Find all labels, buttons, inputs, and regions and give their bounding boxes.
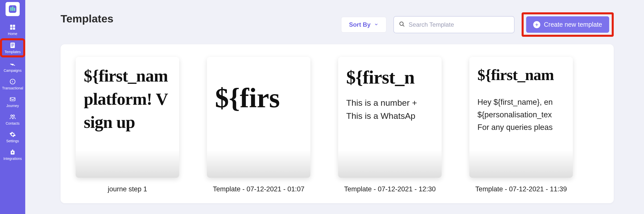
integrations-icon [9, 149, 16, 156]
preview-text: ${personalisation_tex [477, 109, 565, 121]
search-input-wrap[interactable] [393, 16, 515, 33]
nav-journey-label: Journey [6, 104, 19, 108]
preview-text: This is a number + [346, 97, 434, 109]
template-thumbnail: ${first_n This is a number + This is a W… [338, 57, 442, 178]
svg-point-14 [11, 115, 12, 117]
home-icon [9, 24, 16, 31]
nav-templates[interactable]: Templates [0, 38, 25, 57]
preview-text: For any queries pleas [477, 121, 565, 133]
preview-text: This is a WhatsAp [346, 110, 434, 122]
create-new-template-button[interactable]: ＋ Create new template [526, 16, 609, 33]
template-title: Template - 07-12-2021 - 12:30 [344, 185, 436, 193]
nav-integrations[interactable]: Integrations [0, 146, 25, 163]
app-logo[interactable] [6, 2, 20, 16]
nav-transactional-label: Transactional [2, 86, 23, 90]
svg-rect-2 [12, 7, 13, 11]
nav-home-label: Home [8, 32, 17, 36]
nav-settings[interactable]: Settings [0, 128, 25, 146]
svg-rect-13 [10, 98, 15, 101]
toolbar: Sort By ＋ Create new template [61, 12, 614, 37]
search-icon [399, 21, 405, 28]
nav-contacts[interactable]: Contacts [0, 110, 25, 128]
template-card[interactable]: ${first_n This is a number + This is a W… [338, 57, 442, 193]
preview-text: ${first_n [346, 64, 434, 90]
nav-contacts-label: Contacts [6, 121, 19, 125]
template-thumbnail: ${firs [207, 57, 310, 178]
preview-text: platform! V [84, 88, 171, 111]
svg-rect-10 [11, 45, 14, 45]
svg-rect-17 [12, 150, 13, 151]
search-input[interactable] [409, 21, 509, 28]
preview-text: Hey ${first_name}, en [477, 96, 565, 108]
nav-campaigns[interactable]: Campaigns [0, 57, 25, 75]
template-card[interactable]: ${firs Template - 07-12-2021 - 01:07 [207, 57, 310, 193]
preview-text: ${firs [215, 82, 302, 114]
svg-rect-11 [11, 46, 13, 46]
templates-grid: ${first_nam platform! V sign up journe s… [76, 57, 599, 193]
nav-home[interactable]: Home [0, 21, 25, 38]
svg-rect-9 [11, 44, 14, 44]
svg-rect-1 [10, 7, 12, 11]
svg-point-18 [400, 22, 403, 25]
template-title: journe step 1 [108, 185, 147, 193]
template-thumbnail: ${first_nam Hey ${first_name}, en ${pers… [469, 57, 573, 178]
journey-icon [9, 96, 16, 103]
svg-rect-5 [13, 25, 15, 27]
nav-journey[interactable]: Journey [0, 93, 25, 110]
template-thumbnail: ${first_nam platform! V sign up [76, 57, 179, 178]
nav-transactional[interactable]: Transactional [0, 75, 25, 93]
template-title: Template - 07-12-2021 - 11:39 [475, 185, 567, 193]
templates-panel: ${first_nam platform! V sign up journe s… [61, 44, 614, 203]
sort-by-label: Sort By [349, 21, 370, 28]
contacts-icon [9, 113, 16, 120]
preview-text: ${first_nam [477, 64, 565, 86]
create-button-highlight: ＋ Create new template [522, 12, 614, 37]
sort-by-button[interactable]: Sort By [341, 17, 386, 32]
svg-rect-6 [10, 27, 12, 30]
svg-rect-3 [14, 8, 15, 11]
chevron-down-icon [374, 21, 379, 28]
template-title: Template - 07-12-2021 - 01:07 [213, 185, 304, 193]
settings-icon [9, 131, 16, 138]
plus-icon: ＋ [533, 21, 540, 28]
svg-rect-4 [10, 25, 12, 27]
sidebar: Home Templates Campaigns Transactional J… [0, 0, 25, 214]
preview-text: sign up [84, 111, 171, 134]
nav-templates-label: Templates [5, 50, 21, 54]
svg-point-15 [13, 115, 15, 117]
templates-icon [9, 42, 16, 49]
create-button-label: Create new template [544, 21, 602, 28]
nav-campaigns-label: Campaigns [4, 68, 22, 73]
template-card[interactable]: ${first_nam Hey ${first_name}, en ${pers… [469, 57, 573, 193]
preview-text: ${first_nam [84, 64, 171, 88]
nav-settings-label: Settings [6, 139, 19, 143]
transactional-icon [9, 78, 16, 85]
template-card[interactable]: ${first_nam platform! V sign up journe s… [76, 57, 179, 193]
svg-rect-7 [13, 27, 15, 30]
main-content: Templates Sort By ＋ Create new template … [25, 0, 644, 203]
campaigns-icon [9, 60, 16, 67]
nav-integrations-label: Integrations [3, 157, 22, 161]
